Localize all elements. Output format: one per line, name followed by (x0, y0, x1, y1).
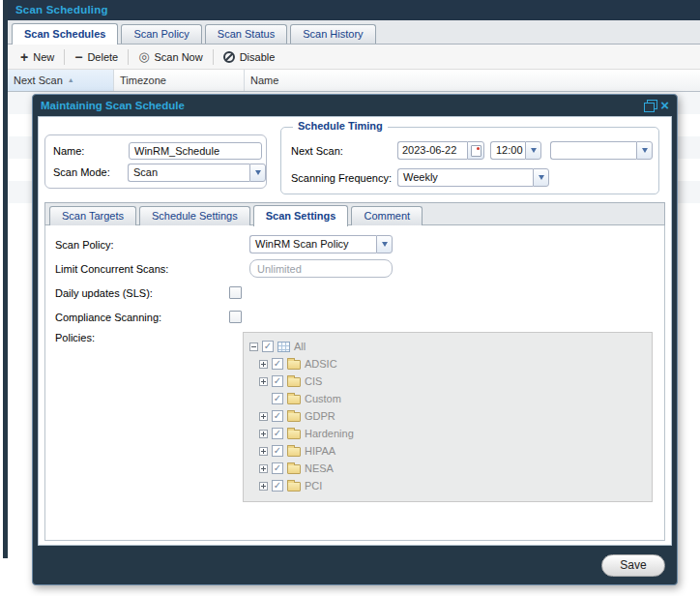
tree-item[interactable]: ✓ ADSIC (259, 355, 652, 372)
expand-icon[interactable] (259, 464, 268, 473)
expand-icon[interactable] (259, 447, 268, 456)
tab-scan-policy[interactable]: Scan Policy (121, 24, 201, 44)
tree-checkbox[interactable]: ✓ (272, 428, 283, 439)
time-value: 12:00 (490, 141, 525, 160)
toolbar-separator (64, 49, 65, 65)
expand-icon[interactable] (259, 360, 268, 369)
delete-button[interactable]: − Delete (68, 47, 125, 67)
tree-item[interactable]: ✓ NESA (259, 460, 652, 477)
policies-label: Policies: (55, 332, 229, 343)
policies-tree: ✓ All ✓ ADSIC ✓ CIS (243, 332, 653, 502)
next-scan-label: Next Scan: (291, 145, 397, 157)
expand-icon[interactable] (259, 412, 268, 421)
maximize-icon[interactable] (644, 103, 653, 110)
tab-schedule-settings[interactable]: Schedule Settings (139, 206, 250, 225)
tab-scan-targets[interactable]: Scan Targets (49, 206, 136, 225)
folder-icon (287, 464, 301, 474)
tree-item-label: All (294, 341, 306, 352)
tab-comment[interactable]: Comment (351, 206, 423, 225)
chevron-down-icon[interactable] (525, 141, 541, 160)
scan-policy-combo[interactable]: WinRM Scan Policy (249, 235, 393, 253)
grid-header: Next Scan ▲ Timezone Name (8, 70, 700, 92)
chevron-down-icon[interactable] (533, 168, 549, 187)
disable-button[interactable]: Disable (217, 47, 282, 67)
scan-mode-value: Scan (128, 164, 249, 182)
save-button[interactable]: Save (601, 554, 665, 577)
close-icon[interactable]: × (660, 99, 669, 112)
limit-concurrent-scans-input[interactable] (249, 259, 393, 278)
calendar-icon[interactable] (467, 141, 484, 160)
tree-item[interactable]: ✓ CIS (259, 372, 652, 390)
tab-scan-history[interactable]: Scan History (290, 24, 375, 44)
scan-now-icon: ◎ (138, 50, 149, 63)
main-tabstrip: Scan Schedules Scan Policy Scan Status S… (8, 20, 700, 45)
dialog-top-section: Name: Scan Mode: Scan Schedule Timing Ne… (44, 125, 665, 194)
tab-scan-status[interactable]: Scan Status (205, 24, 287, 44)
tree-item[interactable]: ✓ Hardening (259, 425, 652, 442)
tree-checkbox[interactable]: ✓ (272, 445, 283, 457)
tree-item-label: HIPAA (305, 445, 335, 457)
frequency-combo[interactable]: Weekly (397, 168, 549, 187)
collapse-icon[interactable] (249, 343, 258, 351)
tab-scan-settings[interactable]: Scan Settings (253, 205, 349, 226)
dialog-footer: Save (33, 546, 677, 584)
tree-item[interactable]: ✓ Custom (259, 390, 652, 407)
chevron-down-icon[interactable] (249, 164, 266, 182)
delete-button-label: Delete (87, 51, 118, 63)
minus-icon: − (74, 50, 82, 64)
tree-item[interactable]: ✓ All (249, 338, 652, 355)
column-header-timezone[interactable]: Timezone (114, 70, 245, 91)
tree-item-label: CIS (305, 375, 322, 387)
expand-icon[interactable] (259, 482, 268, 491)
time-combo[interactable]: 12:00 (490, 141, 541, 160)
folder-icon (287, 482, 301, 492)
chevron-down-icon[interactable] (376, 235, 393, 253)
column-header-name[interactable]: Name (245, 70, 700, 91)
daily-updates-checkbox[interactable] (229, 286, 242, 299)
scan-mode-combo[interactable]: Scan (128, 164, 266, 182)
scan-settings-panel: Scan Policy: WinRM Scan Policy Limit Con… (44, 225, 665, 541)
tree-item-label: ADSIC (305, 358, 337, 370)
tree-checkbox[interactable]: ✓ (272, 480, 283, 492)
date-value[interactable]: 2023-06-22 (397, 141, 467, 160)
name-input[interactable] (129, 142, 262, 160)
expand-icon[interactable] (259, 377, 268, 386)
tree-item[interactable]: ✓ PCI (259, 477, 652, 494)
daily-updates-label: Daily updates (SLS): (55, 287, 229, 299)
tree-checkbox[interactable]: ✓ (272, 462, 283, 474)
maintaining-scan-schedule-dialog: Maintaining Scan Schedule × Name: Scan M… (32, 94, 678, 585)
limit-concurrent-scans-label: Limit Concurrent Scans: (55, 263, 229, 275)
scan-policy-label: Scan Policy: (55, 239, 229, 251)
new-button[interactable]: + New (14, 47, 61, 67)
disable-button-label: Disable (240, 51, 276, 63)
grid-icon (277, 342, 290, 352)
tree-checkbox[interactable]: ✓ (272, 358, 283, 370)
compliance-scanning-checkbox[interactable] (229, 311, 242, 323)
column-header-next-scan[interactable]: Next Scan ▲ (8, 70, 114, 91)
folder-icon (287, 430, 301, 439)
tree-checkbox[interactable]: ✓ (272, 410, 283, 422)
compliance-scanning-label: Compliance Scanning: (55, 312, 229, 323)
folder-icon (287, 377, 301, 387)
tab-scan-schedules[interactable]: Scan Schedules (12, 23, 118, 45)
dialog-tabstrip: Scan Targets Schedule Settings Scan Sett… (44, 202, 665, 225)
expand-icon[interactable] (259, 430, 268, 438)
disable-icon (223, 51, 235, 63)
folder-icon (287, 412, 301, 422)
tree-item[interactable]: ✓ GDPR (259, 407, 652, 425)
tree-checkbox[interactable]: ✓ (262, 341, 274, 352)
dialog-title: Maintaining Scan Schedule (41, 100, 636, 111)
tree-item[interactable]: ✓ HIPAA (259, 442, 652, 460)
tree-item-label: Custom (305, 393, 341, 404)
schedule-timing-fieldset: Schedule Timing Next Scan: 2023-06-22 12… (280, 127, 659, 194)
tree-item-label: GDPR (305, 410, 335, 422)
scan-policy-value: WinRM Scan Policy (249, 235, 376, 253)
timezone-combo[interactable] (550, 141, 653, 160)
tree-checkbox[interactable]: ✓ (272, 393, 283, 404)
name-mode-panel: Name: Scan Mode: Scan (44, 134, 267, 189)
tree-checkbox[interactable]: ✓ (272, 375, 283, 387)
scan-now-button[interactable]: ◎ Scan Now (131, 47, 209, 67)
chevron-down-icon[interactable] (636, 141, 653, 160)
date-field[interactable]: 2023-06-22 (397, 141, 484, 160)
folder-icon (287, 360, 301, 370)
